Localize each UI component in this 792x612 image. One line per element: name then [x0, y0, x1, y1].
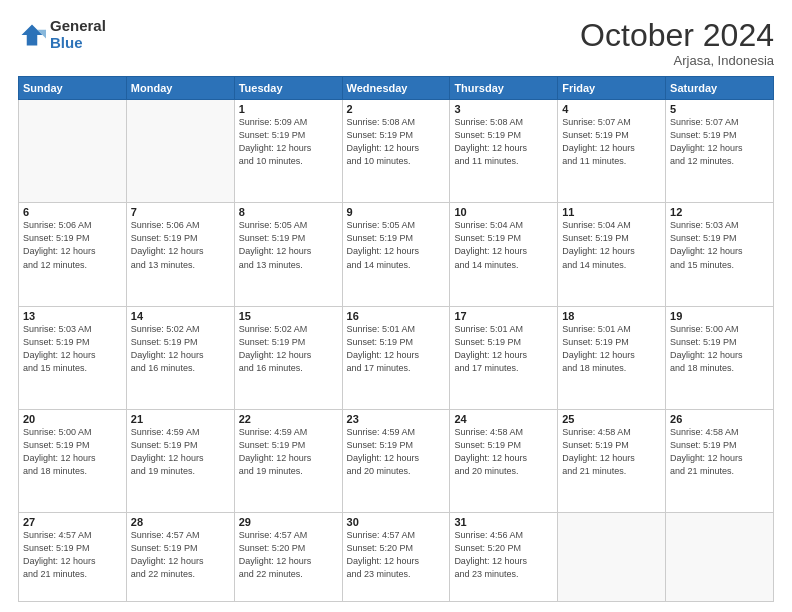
table-row [558, 512, 666, 601]
table-row: 29Sunrise: 4:57 AMSunset: 5:20 PMDayligh… [234, 512, 342, 601]
day-number: 1 [239, 103, 338, 115]
day-info: Sunrise: 4:59 AMSunset: 5:19 PMDaylight:… [239, 426, 338, 478]
day-number: 2 [347, 103, 446, 115]
day-info: Sunrise: 5:01 AMSunset: 5:19 PMDaylight:… [562, 323, 661, 375]
day-info: Sunrise: 5:07 AMSunset: 5:19 PMDaylight:… [670, 116, 769, 168]
header: General Blue October 2024 Arjasa, Indone… [18, 18, 774, 68]
day-number: 8 [239, 206, 338, 218]
day-info: Sunrise: 5:07 AMSunset: 5:19 PMDaylight:… [562, 116, 661, 168]
svg-marker-0 [22, 24, 43, 45]
day-number: 14 [131, 310, 230, 322]
day-number: 24 [454, 413, 553, 425]
col-thursday: Thursday [450, 77, 558, 100]
day-number: 26 [670, 413, 769, 425]
table-row: 23Sunrise: 4:59 AMSunset: 5:19 PMDayligh… [342, 409, 450, 512]
calendar-table: Sunday Monday Tuesday Wednesday Thursday… [18, 76, 774, 602]
table-row: 1Sunrise: 5:09 AMSunset: 5:19 PMDaylight… [234, 100, 342, 203]
day-number: 4 [562, 103, 661, 115]
day-info: Sunrise: 5:05 AMSunset: 5:19 PMDaylight:… [239, 219, 338, 271]
day-info: Sunrise: 5:00 AMSunset: 5:19 PMDaylight:… [23, 426, 122, 478]
day-number: 19 [670, 310, 769, 322]
day-number: 17 [454, 310, 553, 322]
table-row: 16Sunrise: 5:01 AMSunset: 5:19 PMDayligh… [342, 306, 450, 409]
table-row: 5Sunrise: 5:07 AMSunset: 5:19 PMDaylight… [666, 100, 774, 203]
table-row: 12Sunrise: 5:03 AMSunset: 5:19 PMDayligh… [666, 203, 774, 306]
day-number: 3 [454, 103, 553, 115]
day-info: Sunrise: 5:02 AMSunset: 5:19 PMDaylight:… [239, 323, 338, 375]
day-number: 15 [239, 310, 338, 322]
day-number: 10 [454, 206, 553, 218]
col-tuesday: Tuesday [234, 77, 342, 100]
table-row: 19Sunrise: 5:00 AMSunset: 5:19 PMDayligh… [666, 306, 774, 409]
day-number: 16 [347, 310, 446, 322]
day-info: Sunrise: 5:08 AMSunset: 5:19 PMDaylight:… [454, 116, 553, 168]
table-row: 28Sunrise: 4:57 AMSunset: 5:19 PMDayligh… [126, 512, 234, 601]
table-row: 8Sunrise: 5:05 AMSunset: 5:19 PMDaylight… [234, 203, 342, 306]
day-number: 21 [131, 413, 230, 425]
table-row: 21Sunrise: 4:59 AMSunset: 5:19 PMDayligh… [126, 409, 234, 512]
day-info: Sunrise: 5:04 AMSunset: 5:19 PMDaylight:… [454, 219, 553, 271]
day-info: Sunrise: 5:05 AMSunset: 5:19 PMDaylight:… [347, 219, 446, 271]
table-row [666, 512, 774, 601]
day-number: 31 [454, 516, 553, 528]
table-row: 24Sunrise: 4:58 AMSunset: 5:19 PMDayligh… [450, 409, 558, 512]
table-row: 9Sunrise: 5:05 AMSunset: 5:19 PMDaylight… [342, 203, 450, 306]
day-info: Sunrise: 4:59 AMSunset: 5:19 PMDaylight:… [131, 426, 230, 478]
table-row: 4Sunrise: 5:07 AMSunset: 5:19 PMDaylight… [558, 100, 666, 203]
table-row [19, 100, 127, 203]
col-sunday: Sunday [19, 77, 127, 100]
logo-blue-text: Blue [50, 35, 106, 52]
table-row: 18Sunrise: 5:01 AMSunset: 5:19 PMDayligh… [558, 306, 666, 409]
logo-icon [18, 21, 46, 49]
day-number: 6 [23, 206, 122, 218]
col-friday: Friday [558, 77, 666, 100]
day-info: Sunrise: 5:03 AMSunset: 5:19 PMDaylight:… [670, 219, 769, 271]
col-wednesday: Wednesday [342, 77, 450, 100]
table-row: 22Sunrise: 4:59 AMSunset: 5:19 PMDayligh… [234, 409, 342, 512]
day-info: Sunrise: 4:57 AMSunset: 5:19 PMDaylight:… [131, 529, 230, 581]
day-number: 29 [239, 516, 338, 528]
day-info: Sunrise: 5:01 AMSunset: 5:19 PMDaylight:… [454, 323, 553, 375]
table-row: 26Sunrise: 4:58 AMSunset: 5:19 PMDayligh… [666, 409, 774, 512]
day-info: Sunrise: 5:09 AMSunset: 5:19 PMDaylight:… [239, 116, 338, 168]
day-info: Sunrise: 4:57 AMSunset: 5:19 PMDaylight:… [23, 529, 122, 581]
day-info: Sunrise: 5:03 AMSunset: 5:19 PMDaylight:… [23, 323, 122, 375]
day-info: Sunrise: 5:01 AMSunset: 5:19 PMDaylight:… [347, 323, 446, 375]
logo-general-text: General [50, 18, 106, 35]
col-monday: Monday [126, 77, 234, 100]
day-number: 11 [562, 206, 661, 218]
day-number: 5 [670, 103, 769, 115]
table-row: 13Sunrise: 5:03 AMSunset: 5:19 PMDayligh… [19, 306, 127, 409]
month-title: October 2024 [580, 18, 774, 53]
day-number: 28 [131, 516, 230, 528]
table-row: 14Sunrise: 5:02 AMSunset: 5:19 PMDayligh… [126, 306, 234, 409]
day-number: 27 [23, 516, 122, 528]
calendar-header-row: Sunday Monday Tuesday Wednesday Thursday… [19, 77, 774, 100]
table-row: 17Sunrise: 5:01 AMSunset: 5:19 PMDayligh… [450, 306, 558, 409]
table-row [126, 100, 234, 203]
table-row: 15Sunrise: 5:02 AMSunset: 5:19 PMDayligh… [234, 306, 342, 409]
logo: General Blue [18, 18, 106, 51]
col-saturday: Saturday [666, 77, 774, 100]
day-info: Sunrise: 5:02 AMSunset: 5:19 PMDaylight:… [131, 323, 230, 375]
day-info: Sunrise: 5:08 AMSunset: 5:19 PMDaylight:… [347, 116, 446, 168]
day-number: 7 [131, 206, 230, 218]
page: General Blue October 2024 Arjasa, Indone… [0, 0, 792, 612]
day-info: Sunrise: 4:58 AMSunset: 5:19 PMDaylight:… [670, 426, 769, 478]
table-row: 3Sunrise: 5:08 AMSunset: 5:19 PMDaylight… [450, 100, 558, 203]
logo-text: General Blue [50, 18, 106, 51]
day-info: Sunrise: 5:04 AMSunset: 5:19 PMDaylight:… [562, 219, 661, 271]
day-info: Sunrise: 5:00 AMSunset: 5:19 PMDaylight:… [670, 323, 769, 375]
table-row: 2Sunrise: 5:08 AMSunset: 5:19 PMDaylight… [342, 100, 450, 203]
table-row: 10Sunrise: 5:04 AMSunset: 5:19 PMDayligh… [450, 203, 558, 306]
day-number: 22 [239, 413, 338, 425]
day-info: Sunrise: 4:57 AMSunset: 5:20 PMDaylight:… [347, 529, 446, 581]
day-info: Sunrise: 4:58 AMSunset: 5:19 PMDaylight:… [454, 426, 553, 478]
location-subtitle: Arjasa, Indonesia [580, 53, 774, 68]
day-info: Sunrise: 5:06 AMSunset: 5:19 PMDaylight:… [131, 219, 230, 271]
table-row: 20Sunrise: 5:00 AMSunset: 5:19 PMDayligh… [19, 409, 127, 512]
day-info: Sunrise: 4:56 AMSunset: 5:20 PMDaylight:… [454, 529, 553, 581]
table-row: 6Sunrise: 5:06 AMSunset: 5:19 PMDaylight… [19, 203, 127, 306]
table-row: 27Sunrise: 4:57 AMSunset: 5:19 PMDayligh… [19, 512, 127, 601]
table-row: 7Sunrise: 5:06 AMSunset: 5:19 PMDaylight… [126, 203, 234, 306]
